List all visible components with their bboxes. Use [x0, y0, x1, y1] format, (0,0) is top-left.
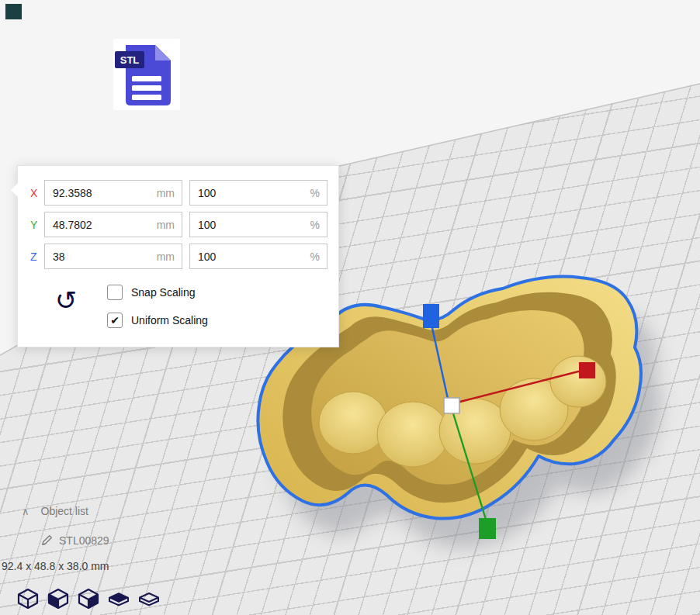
axis-y-label: Y [29, 219, 44, 231]
axis-x-label: X [29, 187, 44, 199]
uniform-scaling-checkbox[interactable]: ✔ [107, 313, 123, 328]
scale-row-y: Y mm % [29, 212, 334, 237]
scale-y-value-input[interactable] [45, 212, 182, 237]
scale-x-mm-field[interactable]: mm [44, 180, 182, 206]
view-preset-bar [17, 588, 160, 610]
scale-z-value-input[interactable] [45, 244, 182, 268]
view-front-icon[interactable] [138, 588, 160, 610]
object-dimensions: 92.4 x 48.8 x 38.0 mm [2, 560, 109, 572]
scale-y-percent-input[interactable] [190, 212, 327, 237]
scale-x-percent-field[interactable]: % [189, 180, 327, 206]
scale-row-x: X mm % [29, 180, 334, 206]
edit-pencil-icon [40, 534, 54, 547]
scale-z-mm-field[interactable]: mm [44, 244, 182, 269]
scale-handle-z[interactable] [423, 304, 439, 328]
scale-z-percent-field[interactable]: % [189, 244, 327, 269]
scale-handle-x[interactable] [579, 362, 595, 378]
scale-row-z: Z mm % [29, 244, 334, 269]
scale-rows: X mm % Y mm % [29, 180, 334, 275]
scale-y-mm-field[interactable]: mm [44, 212, 182, 237]
scale-tool-panel: X mm % Y mm % [17, 165, 339, 347]
view-left-icon[interactable] [47, 588, 69, 610]
uniform-scaling-label: Uniform Scaling [131, 314, 208, 327]
scale-x-value-input[interactable] [45, 181, 182, 205]
view-3d-icon[interactable] [17, 588, 39, 610]
viewport: STL X mm % Y mm [0, 0, 700, 615]
chevron-up-icon: ∧ [22, 506, 29, 517]
axis-z-label: Z [29, 250, 44, 263]
scale-y-percent-field[interactable]: % [189, 212, 327, 237]
stl-badge-label: STL [120, 54, 140, 66]
scale-z-percent-input[interactable] [190, 244, 327, 268]
reset-scale-button[interactable]: ↺ [55, 287, 78, 313]
stl-file-icon: STL [113, 39, 180, 110]
snap-scaling-label: Snap Scaling [131, 286, 196, 299]
snap-scaling-option[interactable]: Snap Scaling [107, 285, 208, 300]
object-name: STL00829 [59, 534, 109, 547]
view-top-icon[interactable] [108, 588, 130, 610]
stl-file-thumbnail[interactable]: STL [113, 39, 180, 110]
object-list-toggle[interactable]: ∧ Object list [22, 505, 88, 517]
view-right-icon[interactable] [78, 588, 99, 610]
scale-options: Snap Scaling ✔ Uniform Scaling [107, 285, 208, 340]
scale-handle-uniform[interactable] [444, 398, 459, 413]
object-name-row[interactable]: STL00829 [40, 534, 109, 547]
scale-x-percent-input[interactable] [190, 181, 327, 205]
uniform-scaling-option[interactable]: ✔ Uniform Scaling [107, 313, 208, 328]
snap-scaling-checkbox[interactable] [107, 285, 123, 300]
object-list-label: Object list [41, 505, 88, 517]
scale-handle-y[interactable] [479, 518, 496, 539]
